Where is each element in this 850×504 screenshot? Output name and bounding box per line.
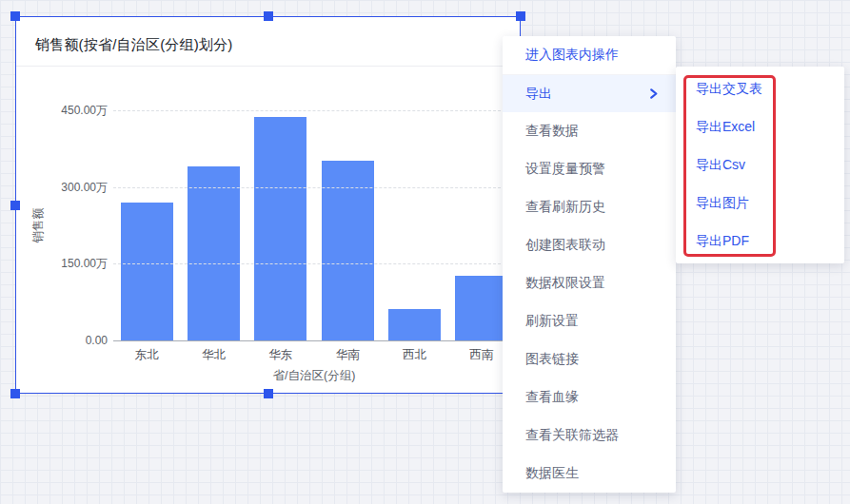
menu-item-label: 数据权限设置 [525, 275, 605, 292]
gridline [113, 110, 515, 111]
menu-item-label: 查看血缘 [525, 389, 579, 406]
bar-slot [381, 110, 447, 340]
context-menu-item-5[interactable]: 查看刷新历史 [503, 188, 676, 226]
context-menu-item-10[interactable]: 查看血缘 [503, 378, 676, 417]
widget-selection-rect: 销售额(按省/自治区(分组)划分) 销售额 450.00万300.00万150.… [15, 16, 521, 394]
x-tick-label: 华东 [247, 347, 314, 363]
resize-handle-bottom-left[interactable] [10, 389, 20, 398]
menu-item-label: 刷新设置 [525, 313, 579, 330]
submenu-item-label: 导出Csv [696, 157, 745, 174]
bar-华东[interactable] [254, 117, 306, 340]
chart-title: 销售额(按省/自治区(分组)划分) [35, 36, 233, 54]
chevron-right-icon [648, 88, 659, 99]
x-tick-label: 华北 [180, 347, 247, 363]
submenu-item-label: 导出Excel [696, 119, 755, 136]
export-submenu-item-3[interactable]: 导出Csv [676, 146, 844, 184]
bar-series [113, 110, 515, 340]
x-tick-label: 西北 [381, 347, 447, 363]
context-menu-item-1[interactable]: 进入图表内操作 [503, 36, 676, 74]
export-submenu-item-1[interactable]: 导出交叉表 [676, 70, 844, 108]
context-menu-item-6[interactable]: 创建图表联动 [503, 226, 676, 264]
y-tick-label: 0.00 [86, 334, 108, 347]
menu-item-label: 查看关联筛选器 [525, 427, 619, 444]
gridline [113, 263, 515, 264]
menu-item-label: 设置度量预警 [525, 161, 605, 178]
y-tick-label: 150.00万 [61, 256, 108, 272]
bar-华北[interactable] [188, 166, 240, 340]
menu-item-label: 数据医生 [525, 465, 579, 482]
context-menu-item-4[interactable]: 设置度量预警 [503, 150, 676, 188]
bar-slot [314, 110, 381, 340]
context-menu-item-11[interactable]: 查看关联筛选器 [503, 417, 676, 455]
x-axis-title: 省/自治区(分组) [113, 368, 515, 384]
export-submenu: 导出交叉表导出Excel导出Csv导出图片导出PDF [676, 67, 844, 263]
bar-slot [247, 110, 314, 340]
bar-slot [113, 110, 180, 340]
bar-东北[interactable] [121, 203, 173, 340]
submenu-item-label: 导出交叉表 [696, 81, 762, 98]
menu-item-label: 创建图表联动 [525, 237, 605, 254]
export-submenu-item-2[interactable]: 导出Excel [676, 108, 844, 146]
context-menu-item-8[interactable]: 刷新设置 [503, 302, 676, 340]
resize-handle-top-center[interactable] [264, 11, 273, 21]
resize-handle-bottom-center[interactable] [264, 389, 273, 398]
x-tick-label: 华南 [314, 347, 381, 363]
context-menu-item-3[interactable]: 查看数据 [503, 112, 676, 150]
chart-card[interactable]: 销售额(按省/自治区(分组)划分) 销售额 450.00万300.00万150.… [16, 17, 520, 393]
bar-slot [180, 110, 247, 340]
x-axis-tick-labels: 东北华北华东华南西北西南 [113, 347, 515, 363]
y-axis-tick-labels: 450.00万300.00万150.00万0.00 [43, 110, 108, 340]
menu-item-label: 图表链接 [525, 351, 579, 368]
dashboard-canvas: { "chart_widget": { "title": "销售额(按省/自治区… [0, 0, 850, 504]
menu-item-label: 导出 [525, 86, 552, 103]
y-tick-label: 450.00万 [61, 103, 108, 119]
context-menu-item-2[interactable]: 导出 [503, 74, 676, 112]
resize-handle-middle-left[interactable] [10, 201, 20, 210]
context-menu-item-9[interactable]: 图表链接 [503, 340, 676, 378]
menu-item-label: 查看刷新历史 [525, 199, 605, 216]
resize-handle-top-right[interactable] [516, 11, 525, 21]
context-menu-item-7[interactable]: 数据权限设置 [503, 264, 676, 302]
submenu-item-label: 导出PDF [696, 233, 749, 250]
submenu-item-label: 导出图片 [696, 195, 749, 212]
export-submenu-item-4[interactable]: 导出图片 [676, 184, 844, 223]
x-axis-line [113, 340, 515, 341]
bar-西南[interactable] [455, 276, 507, 340]
y-tick-label: 300.00万 [61, 179, 108, 195]
bar-西北[interactable] [388, 309, 441, 340]
resize-handle-top-left[interactable] [10, 11, 20, 21]
context-menu: 进入图表内操作导出查看数据设置度量预警查看刷新历史创建图表联动数据权限设置刷新设… [503, 36, 676, 493]
title-separator [16, 66, 520, 67]
menu-item-label: 查看数据 [525, 123, 579, 140]
menu-item-label: 进入图表内操作 [525, 47, 619, 64]
context-menu-item-12[interactable]: 数据医生 [503, 455, 676, 493]
x-tick-label: 东北 [113, 347, 180, 363]
gridline [113, 187, 515, 188]
export-submenu-item-5[interactable]: 导出PDF [676, 223, 844, 261]
chart-plot-area [113, 110, 515, 340]
